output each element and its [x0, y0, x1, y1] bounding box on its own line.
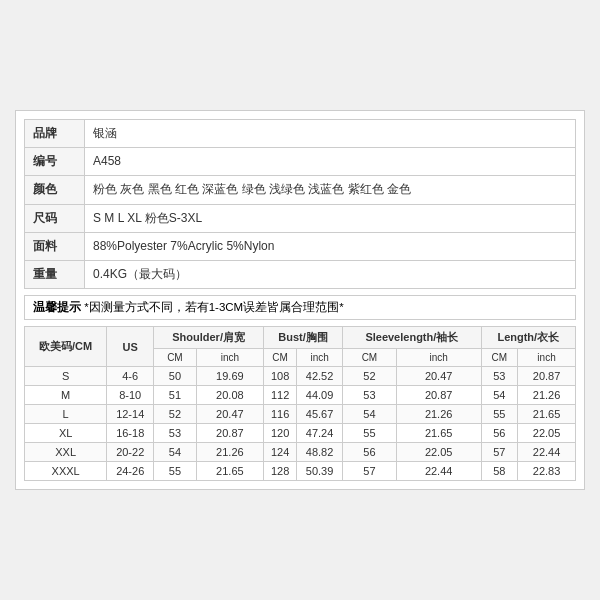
size-cell: 16-18: [107, 424, 154, 443]
size-cell: 108: [264, 367, 297, 386]
size-cell: 22.44: [518, 443, 576, 462]
size-cell: 53: [343, 386, 397, 405]
size-cell: 120: [264, 424, 297, 443]
col-sleeve: Sleevelength/袖长: [343, 327, 481, 349]
sh-cm: CM: [154, 349, 197, 367]
weight-label: 重量: [25, 260, 85, 288]
product-card: 品牌 银涵 编号 A458 颜色 粉色 灰色 黑色 红色 深蓝色 绿色 浅绿色 …: [15, 110, 585, 490]
size-cell: 44.09: [297, 386, 343, 405]
size-cell: 22.05: [518, 424, 576, 443]
material-row: 面料 88%Polyester 7%Acrylic 5%Nylon: [25, 232, 576, 260]
size-cell: 55: [343, 424, 397, 443]
color-value: 粉色 灰色 黑色 红色 深蓝色 绿色 浅绿色 浅蓝色 紫红色 金色: [85, 176, 576, 204]
material-label: 面料: [25, 232, 85, 260]
size-cell: 55: [154, 462, 197, 481]
size-cell: 20.08: [196, 386, 263, 405]
size-cell: 20.47: [396, 367, 481, 386]
col-bust: Bust/胸围: [264, 327, 343, 349]
size-row: XXL20-225421.2612448.825622.055722.44: [25, 443, 576, 462]
size-cell: 54: [154, 443, 197, 462]
size-table: 欧美码/CM US Shoulder/肩宽 Bust/胸围 Sleeveleng…: [24, 326, 576, 481]
code-row: 编号 A458: [25, 148, 576, 176]
brand-row: 品牌 银涵: [25, 119, 576, 147]
size-cell: 54: [343, 405, 397, 424]
size-cell: 51: [154, 386, 197, 405]
size-cell: 53: [481, 367, 518, 386]
size-cell: 22.05: [396, 443, 481, 462]
size-cell: 20.47: [196, 405, 263, 424]
size-cell: 50.39: [297, 462, 343, 481]
size-cell: 52: [343, 367, 397, 386]
size-cell: 22.44: [396, 462, 481, 481]
code-label: 编号: [25, 148, 85, 176]
info-table: 品牌 银涵 编号 A458 颜色 粉色 灰色 黑色 红色 深蓝色 绿色 浅绿色 …: [24, 119, 576, 289]
size-row: 尺码 S M L XL 粉色S-3XL: [25, 204, 576, 232]
bust-cm: CM: [264, 349, 297, 367]
color-label: 颜色: [25, 176, 85, 204]
size-row: L12-145220.4711645.675421.265521.65: [25, 405, 576, 424]
col-shoulder: Shoulder/肩宽: [154, 327, 264, 349]
size-header-main: 欧美码/CM US Shoulder/肩宽 Bust/胸围 Sleeveleng…: [25, 327, 576, 349]
size-cell: 50: [154, 367, 197, 386]
size-cell: 19.69: [196, 367, 263, 386]
brand-value: 银涵: [85, 119, 576, 147]
size-cell: 52: [154, 405, 197, 424]
size-cell: 21.65: [396, 424, 481, 443]
size-cell: 54: [481, 386, 518, 405]
sl-inch: inch: [396, 349, 481, 367]
size-row: XXXL24-265521.6512850.395722.445822.83: [25, 462, 576, 481]
size-cell: 21.65: [518, 405, 576, 424]
size-cell: 56: [481, 424, 518, 443]
bust-inch: inch: [297, 349, 343, 367]
size-cell: 45.67: [297, 405, 343, 424]
sl-cm: CM: [343, 349, 397, 367]
warning-label: 温馨提示: [33, 301, 81, 313]
size-value: S M L XL 粉色S-3XL: [85, 204, 576, 232]
size-cell: M: [25, 386, 107, 405]
material-value: 88%Polyester 7%Acrylic 5%Nylon: [85, 232, 576, 260]
size-cell: 21.26: [518, 386, 576, 405]
size-cell: 55: [481, 405, 518, 424]
size-cell: 112: [264, 386, 297, 405]
weight-value: 0.4KG（最大码）: [85, 260, 576, 288]
size-cell: 12-14: [107, 405, 154, 424]
size-row: M8-105120.0811244.095320.875421.26: [25, 386, 576, 405]
size-cell: 47.24: [297, 424, 343, 443]
size-cell: 128: [264, 462, 297, 481]
size-cell: 21.65: [196, 462, 263, 481]
size-cell: 48.82: [297, 443, 343, 462]
size-cell: 24-26: [107, 462, 154, 481]
size-cell: 20.87: [518, 367, 576, 386]
col-length: Length/衣长: [481, 327, 575, 349]
size-cell: 124: [264, 443, 297, 462]
color-row: 颜色 粉色 灰色 黑色 红色 深蓝色 绿色 浅绿色 浅蓝色 紫红色 金色: [25, 176, 576, 204]
size-cell: 58: [481, 462, 518, 481]
size-cell: XL: [25, 424, 107, 443]
weight-row: 重量 0.4KG（最大码）: [25, 260, 576, 288]
size-cell: 20.87: [196, 424, 263, 443]
size-cell: 20-22: [107, 443, 154, 462]
warning-text: *因测量方式不同，若有1-3CM误差皆属合理范围*: [84, 301, 343, 313]
size-row: XL16-185320.8712047.245521.655622.05: [25, 424, 576, 443]
brand-label: 品牌: [25, 119, 85, 147]
code-value: A458: [85, 148, 576, 176]
col-eu: 欧美码/CM: [25, 327, 107, 367]
col-us: US: [107, 327, 154, 367]
size-cell: 21.26: [196, 443, 263, 462]
size-cell: S: [25, 367, 107, 386]
size-cell: 57: [481, 443, 518, 462]
warning-row: 温馨提示 *因测量方式不同，若有1-3CM误差皆属合理范围*: [24, 295, 576, 320]
size-cell: 56: [343, 443, 397, 462]
sh-inch: inch: [196, 349, 263, 367]
size-cell: 57: [343, 462, 397, 481]
size-cell: XXL: [25, 443, 107, 462]
size-cell: 4-6: [107, 367, 154, 386]
size-cell: 21.26: [396, 405, 481, 424]
size-cell: 8-10: [107, 386, 154, 405]
size-cell: 116: [264, 405, 297, 424]
size-cell: 42.52: [297, 367, 343, 386]
size-label: 尺码: [25, 204, 85, 232]
len-inch: inch: [518, 349, 576, 367]
size-cell: 22.83: [518, 462, 576, 481]
size-cell: L: [25, 405, 107, 424]
